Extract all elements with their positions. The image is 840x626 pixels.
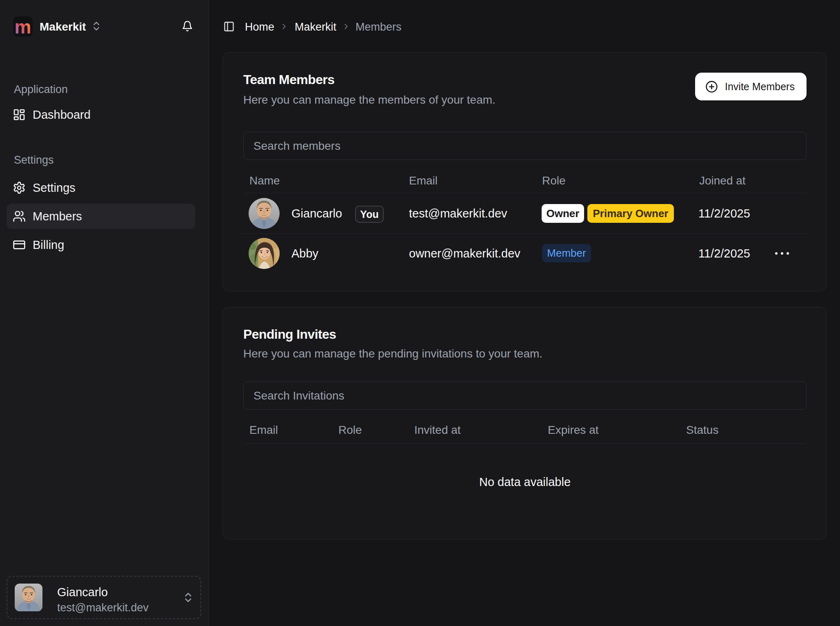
svg-text:m: m (15, 16, 31, 37)
